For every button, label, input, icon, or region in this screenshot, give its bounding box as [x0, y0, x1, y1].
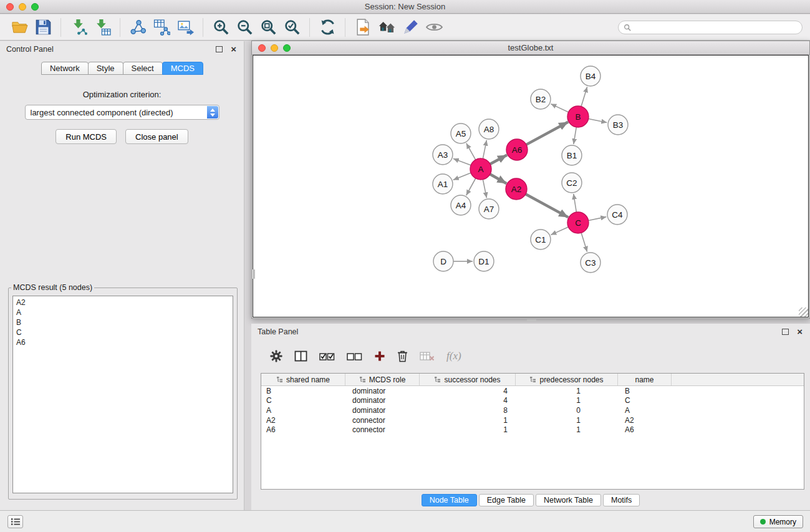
- save-session-icon[interactable]: [31, 16, 55, 39]
- graph-edge-C-C3[interactable]: [581, 232, 587, 252]
- table-row[interactable]: Bdominator41B: [261, 386, 804, 396]
- resize-grip-icon[interactable]: [799, 307, 808, 317]
- graph-node-C1[interactable]: C1: [531, 230, 551, 249]
- close-window-button[interactable]: [6, 3, 14, 11]
- graph-edge-A-A1[interactable]: [453, 173, 471, 180]
- result-item[interactable]: A: [16, 307, 229, 317]
- graph-edge-C-C2[interactable]: [574, 194, 577, 213]
- graph-edge-A-A3[interactable]: [453, 158, 471, 165]
- column-header-name[interactable]: name: [618, 374, 672, 385]
- graph-node-D[interactable]: D: [433, 251, 453, 271]
- graph-edge-B-B4[interactable]: [581, 87, 587, 107]
- table-row[interactable]: Adominator80A: [261, 405, 804, 415]
- zoom-out-icon[interactable]: [233, 16, 256, 39]
- tab-network[interactable]: Network: [41, 62, 89, 75]
- tab-edge-table[interactable]: Edge Table: [479, 494, 534, 506]
- close-panel-icon[interactable]: ×: [231, 44, 236, 55]
- graph-node-B4[interactable]: B4: [581, 66, 600, 86]
- tab-network-table[interactable]: Network Table: [536, 494, 601, 506]
- home-icon[interactable]: [375, 16, 398, 39]
- zoom-selected-icon[interactable]: [280, 16, 304, 39]
- close-table-panel-icon[interactable]: ×: [797, 326, 803, 337]
- tab-motifs[interactable]: Motifs: [603, 494, 640, 506]
- graph-edge-A2-C[interactable]: [525, 194, 568, 218]
- graph-node-A2[interactable]: A2: [506, 178, 527, 200]
- task-history-button[interactable]: [7, 515, 23, 528]
- graph-edge-B-B2[interactable]: [551, 104, 569, 113]
- network-canvas[interactable]: B4B2BB3A5A8A6A3B1AC2A1A2A4A7C4CC1DD1C3: [253, 55, 809, 317]
- scroll-indicator[interactable]: [527, 319, 536, 322]
- tab-mcds[interactable]: MCDS: [162, 62, 203, 75]
- criterion-dropdown[interactable]: largest connected component (directed): [25, 105, 219, 120]
- select-all-rows-icon[interactable]: [319, 348, 335, 364]
- zoom-network-window-button[interactable]: [283, 44, 291, 52]
- deselect-all-rows-icon[interactable]: [347, 348, 362, 364]
- run-mcds-button[interactable]: Run MCDS: [55, 129, 117, 144]
- graph-node-B[interactable]: B: [567, 106, 589, 127]
- tab-select[interactable]: Select: [123, 62, 163, 75]
- graph-node-A5[interactable]: A5: [451, 123, 471, 143]
- add-column-icon[interactable]: [374, 348, 385, 364]
- show-columns-icon[interactable]: [294, 348, 307, 364]
- dropdown-stepper-icon[interactable]: [207, 106, 218, 118]
- graph-edge-A6-B[interactable]: [526, 122, 568, 145]
- graph-node-A4[interactable]: A4: [451, 195, 471, 215]
- search-input[interactable]: [634, 23, 797, 32]
- function-builder-icon[interactable]: f(x): [446, 348, 461, 364]
- graph-node-C2[interactable]: C2: [562, 173, 582, 193]
- minimize-network-window-button[interactable]: [271, 44, 278, 52]
- graph-edge-A-A4[interactable]: [466, 178, 476, 195]
- result-item[interactable]: C: [16, 327, 229, 337]
- new-network-icon[interactable]: [126, 16, 150, 39]
- table-row[interactable]: Cdominator41C: [261, 396, 804, 406]
- import-table-icon[interactable]: [90, 16, 114, 39]
- graph-edge-C-C1[interactable]: [551, 227, 569, 235]
- graph-node-C3[interactable]: C3: [581, 253, 600, 273]
- graph-node-A6[interactable]: A6: [506, 139, 528, 160]
- delete-column-icon[interactable]: [397, 348, 408, 364]
- column-header-mcds-role[interactable]: MCDS role: [345, 374, 420, 385]
- result-item[interactable]: A6: [16, 337, 229, 347]
- graph-node-C[interactable]: C: [567, 212, 589, 233]
- graph-node-A[interactable]: A: [470, 158, 491, 180]
- graph-edge-A-A2[interactable]: [489, 174, 506, 183]
- float-table-panel-icon[interactable]: [782, 329, 789, 335]
- export-image-icon[interactable]: [173, 16, 197, 39]
- graph-node-A7[interactable]: A7: [479, 199, 499, 219]
- delete-table-icon[interactable]: [420, 348, 435, 364]
- table-row[interactable]: A2connector11A2: [261, 415, 804, 425]
- result-item[interactable]: B: [16, 317, 229, 327]
- graph-node-A8[interactable]: A8: [479, 119, 499, 139]
- tab-style[interactable]: Style: [88, 62, 123, 75]
- graph-edge-B-B1[interactable]: [574, 127, 577, 144]
- style-pen-icon[interactable]: [398, 16, 422, 39]
- graph-edge-A-A8[interactable]: [483, 140, 486, 160]
- eye-icon[interactable]: [422, 16, 446, 39]
- result-item[interactable]: A2: [16, 297, 229, 307]
- column-header-successor-nodes[interactable]: successor nodes: [420, 374, 516, 385]
- close-panel-button[interactable]: Close panel: [125, 129, 188, 144]
- graph-node-B3[interactable]: B3: [608, 115, 628, 135]
- table-row[interactable]: A6connector11A6: [261, 425, 804, 435]
- graph-node-B2[interactable]: B2: [531, 89, 551, 109]
- column-header-shared-name[interactable]: shared name: [261, 374, 345, 385]
- mcds-result-list[interactable]: A2ABCA6: [12, 296, 233, 493]
- zoom-in-icon[interactable]: [209, 16, 233, 39]
- graph-edge-A-A5[interactable]: [466, 143, 476, 160]
- graph-edge-C-C4[interactable]: [588, 217, 607, 221]
- graph-edge-A-A6[interactable]: [489, 155, 507, 164]
- graph-node-D1[interactable]: D1: [474, 251, 494, 271]
- new-network-from-table-icon[interactable]: [150, 16, 173, 39]
- graph-edge-A-A7[interactable]: [483, 179, 486, 198]
- open-session-icon[interactable]: [7, 16, 31, 39]
- graph-node-B1[interactable]: B1: [562, 145, 582, 165]
- refresh-icon[interactable]: [316, 16, 339, 39]
- column-header-predecessor-nodes[interactable]: predecessor nodes: [516, 374, 618, 385]
- graph-node-A3[interactable]: A3: [433, 145, 453, 165]
- open-recent-session-icon[interactable]: [351, 16, 375, 39]
- settings-gear-icon[interactable]: [270, 348, 282, 364]
- zoom-fit-icon[interactable]: [256, 16, 280, 39]
- memory-button[interactable]: Memory: [753, 515, 803, 528]
- import-network-icon[interactable]: [67, 16, 90, 39]
- graph-node-C4[interactable]: C4: [607, 205, 627, 225]
